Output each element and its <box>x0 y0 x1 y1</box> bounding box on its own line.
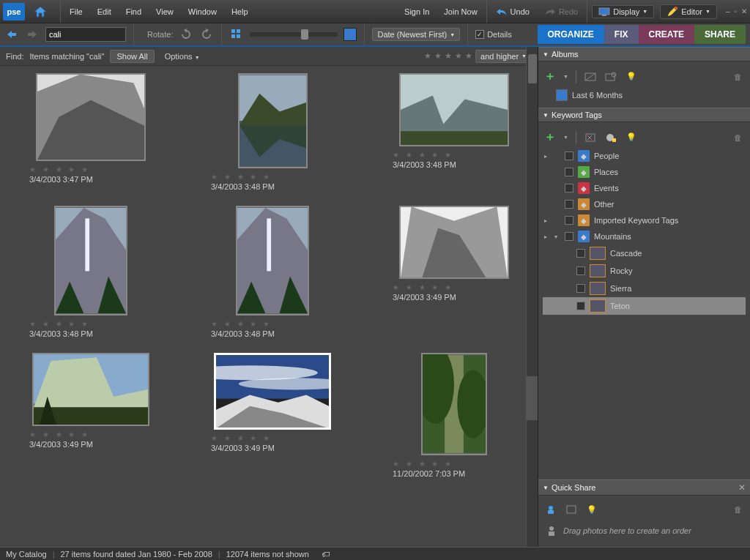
tip-icon[interactable]: 💡 <box>625 131 638 144</box>
menu-find[interactable]: Find <box>119 7 149 16</box>
thumbnail-item[interactable]: ★ ★ ★ ★ ★ 3/4/2003 3:48 PM <box>204 73 341 191</box>
tag-checkbox[interactable] <box>565 232 573 241</box>
single-view-button[interactable] <box>344 28 357 41</box>
redo-button[interactable]: Redo <box>537 7 585 16</box>
tag-item[interactable]: Teton <box>543 297 746 315</box>
tag-checkbox[interactable] <box>565 200 573 209</box>
tip-icon[interactable]: 💡 <box>585 503 598 516</box>
tag-item[interactable]: Rocky <box>543 262 746 280</box>
tag-checkbox[interactable] <box>565 216 573 225</box>
tag-category[interactable]: ◆Other <box>543 196 746 212</box>
undo-button[interactable]: Undo <box>489 7 537 16</box>
rating-stars[interactable]: ★ ★ ★ ★ ★ <box>211 320 341 328</box>
rating-dropdown[interactable]: and higher▼ <box>475 50 532 63</box>
thumbnail-image[interactable] <box>238 73 308 168</box>
thumbnail-image[interactable] <box>236 206 309 316</box>
tag-category[interactable]: ▸◆People <box>543 148 746 164</box>
add-tag-button[interactable]: ＋ <box>544 130 556 145</box>
rating-stars[interactable]: ★ ★ ★ ★ ★ <box>393 460 523 468</box>
nav-forward-button[interactable] <box>25 28 40 41</box>
home-button[interactable] <box>29 3 51 20</box>
rating-stars[interactable]: ★ ★ ★ ★ ★ <box>211 434 341 442</box>
scroll-thumb[interactable] <box>528 54 537 83</box>
thumbnail-item[interactable]: ★ ★ ★ ★ ★ 3/4/2003 3:48 PM <box>204 206 341 338</box>
menu-help[interactable]: Help <box>224 7 256 16</box>
keywords-panel-header[interactable]: ▼Keyword Tags <box>538 108 750 122</box>
tip-icon[interactable]: 💡 <box>625 70 638 83</box>
tag-face-icon[interactable] <box>604 131 617 144</box>
thumbnail-image[interactable] <box>214 353 331 430</box>
thumbnail-image[interactable] <box>36 73 146 161</box>
clear-share-button[interactable]: 🗑 <box>731 503 744 516</box>
tag-checkbox[interactable] <box>565 184 573 193</box>
tab-share[interactable]: SHARE <box>694 25 746 44</box>
tag-edit-icon[interactable] <box>584 131 597 144</box>
maximize-button[interactable]: ▫ <box>734 7 737 15</box>
share-person-icon[interactable] <box>544 503 557 516</box>
tag-category[interactable]: ◆Places <box>543 164 746 180</box>
share-edit-icon[interactable] <box>565 503 578 516</box>
status-tag-icon[interactable]: 🏷 <box>319 548 333 561</box>
sort-dropdown[interactable]: Date (Newest First)▼ <box>372 28 460 41</box>
add-album-button[interactable]: ＋ <box>544 69 556 84</box>
thumbnail-size-slider[interactable] <box>250 32 338 37</box>
tag-category[interactable]: ▸▾◆Mountains <box>543 228 746 244</box>
menu-file[interactable]: File <box>62 7 90 16</box>
nav-back-button[interactable] <box>4 28 19 41</box>
thumbnail-image[interactable] <box>54 206 127 316</box>
album-item[interactable]: Last 6 Months <box>543 87 746 103</box>
rating-stars[interactable]: ★ ★ ★ ★ ★ <box>393 283 523 291</box>
quickshare-panel-header[interactable]: ▼Quick Share ✕ <box>538 479 750 496</box>
thumbnail-item[interactable]: ★ ★ ★ ★ ★ 3/4/2003 3:49 PM <box>204 353 341 478</box>
menu-view[interactable]: View <box>149 7 181 16</box>
minimize-button[interactable]: – <box>726 7 730 15</box>
rating-stars[interactable]: ★ ★ ★ ★ ★ <box>393 151 523 159</box>
signin-link[interactable]: Sign In <box>397 7 437 16</box>
rating-stars[interactable]: ★ ★ ★ ★ ★ <box>29 430 160 438</box>
menu-window[interactable]: Window <box>181 7 224 16</box>
tag-item[interactable]: Sierra <box>543 280 746 297</box>
tag-category[interactable]: ◆Events <box>543 180 746 196</box>
thumbnail-image[interactable] <box>399 206 509 279</box>
album-find-icon[interactable] <box>604 70 617 83</box>
vertical-scrollbar[interactable] <box>526 47 538 547</box>
display-dropdown[interactable]: Display▼ <box>592 5 654 18</box>
tag-checkbox[interactable] <box>576 284 585 293</box>
thumbnail-image[interactable] <box>32 353 149 426</box>
thumbnail-image[interactable] <box>399 73 509 146</box>
details-checkbox[interactable]: ✓Details <box>475 30 512 39</box>
album-edit-icon[interactable] <box>584 70 597 83</box>
search-input[interactable] <box>45 27 126 42</box>
show-all-button[interactable]: Show All <box>110 50 154 63</box>
tag-checkbox[interactable] <box>576 266 585 275</box>
tag-checkbox[interactable] <box>565 168 573 176</box>
thumbnail-image[interactable] <box>421 353 487 455</box>
delete-tag-button[interactable]: 🗑 <box>731 131 744 144</box>
thumbnail-item[interactable]: ★ ★ ★ ★ ★ 3/4/2003 3:48 PM <box>22 206 160 338</box>
albums-panel-header[interactable]: ▼Albums <box>538 47 750 61</box>
star-filter[interactable]: ★★★★★ and higher▼ <box>424 50 532 63</box>
rating-stars[interactable]: ★ ★ ★ ★ ★ <box>211 173 341 181</box>
thumbnail-item[interactable]: ★ ★ ★ ★ ★ 3/4/2003 3:48 PM <box>385 73 523 191</box>
rating-stars[interactable]: ★ ★ ★ ★ ★ <box>29 320 160 328</box>
tag-item[interactable]: Cascade <box>543 244 746 262</box>
thumbnail-grid[interactable]: ★ ★ ★ ★ ★ 3/4/2003 3:47 PM ★ ★ ★ ★ ★ 3/4… <box>0 66 538 547</box>
menu-edit[interactable]: Edit <box>90 7 119 16</box>
thumbnail-item[interactable]: ★ ★ ★ ★ ★ 3/4/2003 3:49 PM <box>385 206 523 338</box>
tab-fix[interactable]: FIX <box>604 25 639 44</box>
joinnow-link[interactable]: Join Now <box>437 7 484 16</box>
tag-checkbox[interactable] <box>565 152 573 160</box>
rating-stars[interactable]: ★ ★ ★ ★ ★ <box>29 165 160 173</box>
tab-organize[interactable]: ORGANIZE <box>538 25 604 44</box>
grid-view-button[interactable] <box>229 27 244 42</box>
close-button[interactable]: ✕ <box>741 7 747 15</box>
rotate-left-button[interactable] <box>179 27 193 42</box>
thumbnail-item[interactable]: ★ ★ ★ ★ ★ 3/4/2003 3:47 PM <box>22 73 160 191</box>
rotate-right-button[interactable] <box>199 27 214 42</box>
delete-album-button[interactable]: 🗑 <box>731 70 744 83</box>
close-quickshare-button[interactable]: ✕ <box>738 482 746 493</box>
options-dropdown[interactable]: Options ▼ <box>160 51 204 62</box>
editor-dropdown[interactable]: Editor▼ <box>660 4 717 19</box>
thumbnail-item[interactable]: ★ ★ ★ ★ ★ 3/4/2003 3:49 PM <box>22 353 160 478</box>
tag-checkbox[interactable] <box>576 249 585 258</box>
